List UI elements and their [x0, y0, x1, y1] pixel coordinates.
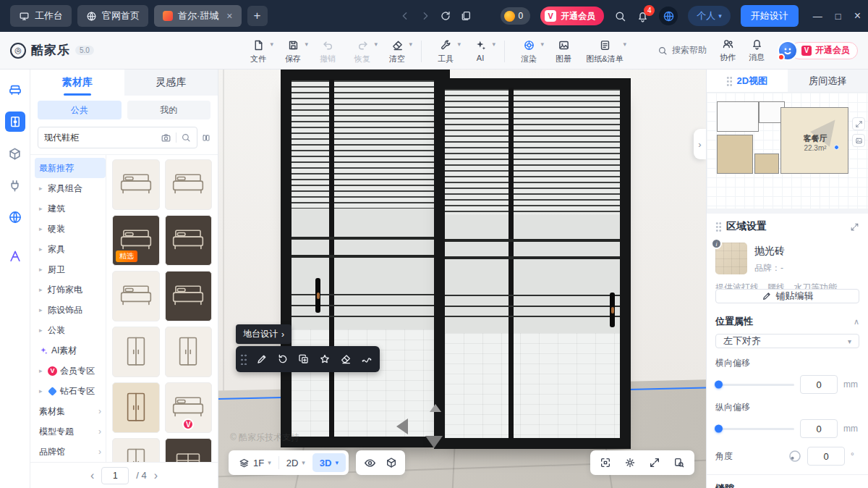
product-thumbnail[interactable]: 精选: [112, 438, 160, 462]
offset-h-slider[interactable]: [715, 384, 794, 386]
map-snapshot-button[interactable]: [852, 134, 865, 147]
offset-h-input[interactable]: [800, 375, 838, 394]
product-thumbnail[interactable]: 精选: [112, 215, 160, 266]
search-help[interactable]: 搜索帮助: [658, 44, 707, 56]
tab-room-select[interactable]: 房间选择: [788, 70, 868, 92]
menu-tools[interactable]: 工具 ▾: [429, 36, 462, 64]
category-member-zone[interactable]: ▸V会员专区: [35, 361, 106, 381]
rail-model-button[interactable]: [5, 143, 25, 164]
product-thumbnail[interactable]: [112, 159, 160, 210]
start-design-button[interactable]: 开始设计: [741, 5, 799, 27]
menu-undo[interactable]: 撤销: [311, 36, 344, 64]
community-button[interactable]: [659, 7, 678, 25]
menu-redo[interactable]: 恢复 ▾: [346, 36, 379, 64]
rail-hardfit-button[interactable]: [5, 112, 25, 132]
rail-world-button[interactable]: [5, 207, 25, 227]
new-tab-button[interactable]: +: [247, 6, 268, 26]
view-settings-button[interactable]: [619, 453, 641, 472]
messages-button[interactable]: 消息: [749, 38, 765, 63]
angle-dial-icon[interactable]: [788, 450, 801, 463]
product-thumbnail[interactable]: [165, 438, 213, 462]
map-expand-button[interactable]: [852, 117, 865, 130]
category-decor[interactable]: ▸陈设饰品: [35, 300, 106, 320]
tab-current-project[interactable]: 首尔·甜城 ×: [154, 5, 242, 27]
refresh-icon[interactable]: [440, 10, 451, 22]
slider-knob[interactable]: [715, 381, 723, 389]
rotate-button[interactable]: [277, 353, 289, 365]
slider-knob[interactable]: [715, 425, 723, 433]
product-thumbnail[interactable]: [112, 271, 160, 321]
tab-material-library[interactable]: 素材库: [30, 70, 124, 96]
collab-button[interactable]: 协作: [720, 38, 736, 63]
minimize-button[interactable]: —: [813, 11, 822, 22]
notifications-button[interactable]: 4: [637, 10, 649, 22]
next-page-icon[interactable]: ›: [154, 469, 158, 482]
tab-homepage[interactable]: 官网首页: [77, 5, 148, 27]
search-input[interactable]: [44, 132, 156, 143]
search-icon[interactable]: [181, 132, 191, 143]
fit-view-button[interactable]: [595, 453, 616, 472]
product-thumbnail[interactable]: [165, 327, 213, 377]
expand-section-icon[interactable]: [850, 222, 859, 232]
viewport-3d[interactable]: 地台设计 › © 酷家乐技术支持 1F: [218, 70, 706, 488]
app-logo[interactable]: ◎ 酷家乐 5.0: [10, 42, 155, 59]
tab-inspiration-library[interactable]: 灵感库: [124, 70, 218, 96]
category-furniture-sets[interactable]: ▸家具组合: [35, 178, 106, 198]
close-tab-icon[interactable]: ×: [226, 10, 232, 22]
fullscreen-button[interactable]: [644, 453, 665, 472]
close-window-button[interactable]: ×: [854, 9, 861, 22]
account-vip[interactable]: V 开通会员: [778, 41, 858, 61]
prev-page-icon[interactable]: ‹: [90, 469, 94, 482]
page-number[interactable]: 1: [101, 467, 129, 484]
category-lighting[interactable]: ▸灯饰家电: [35, 279, 106, 300]
nav-forward-icon[interactable]: [420, 10, 431, 22]
paving-edit-button[interactable]: 铺贴编辑: [715, 289, 859, 303]
spline-button[interactable]: [361, 353, 373, 365]
panel-expander[interactable]: ›: [694, 129, 706, 159]
rail-brand-button[interactable]: [5, 246, 25, 266]
rail-plugin-button[interactable]: [5, 175, 25, 195]
move-down-arrow[interactable]: [425, 436, 443, 448]
solid-view-cube-button[interactable]: [380, 453, 402, 472]
camera-search-icon[interactable]: [161, 132, 171, 143]
door-pane-left[interactable]: [281, 70, 450, 447]
library-search-box[interactable]: [38, 127, 197, 148]
platform-design-button[interactable]: 地台设计 ›: [236, 324, 292, 344]
edit-pencil-button[interactable]: [256, 353, 268, 365]
category-model-topics[interactable]: 模型专题›: [35, 421, 106, 442]
material-thumbnail[interactable]: i: [715, 243, 747, 274]
favorite-star-button[interactable]: [319, 353, 331, 365]
category-kitchen-bath[interactable]: ▸厨卫: [35, 259, 106, 279]
info-icon[interactable]: i: [711, 238, 722, 249]
menu-drawings[interactable]: 图纸&清单 ▾: [582, 36, 628, 64]
product-thumbnail[interactable]: V: [165, 382, 213, 433]
offset-v-input[interactable]: [800, 419, 838, 438]
move-up-arrow[interactable]: [430, 404, 441, 412]
category-brand-hall[interactable]: 品牌馆›: [35, 442, 106, 462]
product-thumbnail[interactable]: [112, 327, 160, 377]
category-architecture[interactable]: ▸建筑: [35, 198, 106, 219]
menu-file[interactable]: 文件 ▾: [242, 36, 275, 64]
menu-clear[interactable]: 清空 ▾: [380, 36, 414, 64]
nav-back-icon[interactable]: [399, 10, 411, 22]
move-left-arrow[interactable]: [396, 418, 408, 434]
product-thumbnail[interactable]: [165, 271, 213, 321]
angle-input[interactable]: [807, 447, 845, 466]
pages-icon[interactable]: [460, 10, 472, 22]
profile-menu[interactable]: 个人 ▾: [688, 6, 731, 26]
floor-selector[interactable]: 1F ▾: [231, 453, 278, 472]
menu-album[interactable]: 图册: [547, 36, 580, 64]
rail-furniture-button[interactable]: [5, 80, 25, 100]
category-commercial[interactable]: ▸公装: [35, 320, 106, 340]
category-diamond-zone[interactable]: ▸钻石专区: [35, 381, 106, 401]
category-recommended[interactable]: 最新推荐: [35, 158, 106, 178]
delete-eraser-button[interactable]: [340, 353, 352, 365]
offset-v-slider[interactable]: [715, 428, 794, 430]
category-furniture[interactable]: ▸家具: [35, 239, 106, 259]
maximize-button[interactable]: □: [835, 11, 841, 22]
menu-ai[interactable]: AI ▾: [464, 36, 497, 62]
scope-mine[interactable]: 我的: [127, 101, 211, 119]
vip-upgrade-button[interactable]: V 开通会员: [540, 7, 604, 25]
drag-handle-icon[interactable]: [240, 353, 247, 365]
tab-2d-view[interactable]: 2D视图: [707, 70, 788, 92]
